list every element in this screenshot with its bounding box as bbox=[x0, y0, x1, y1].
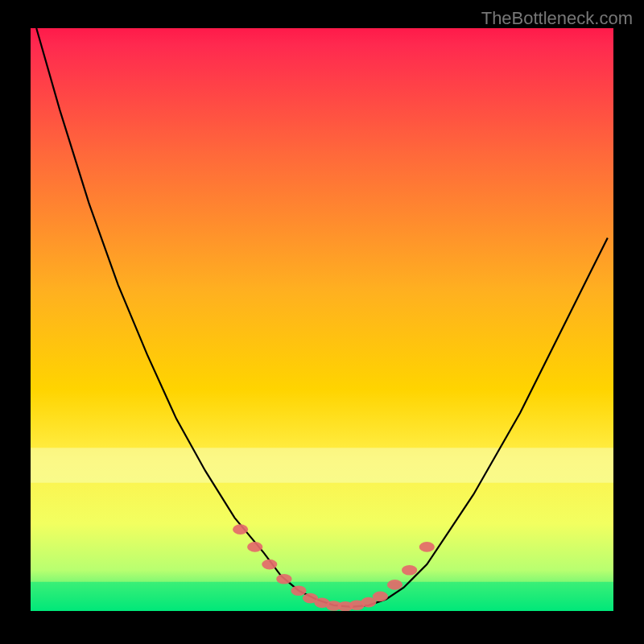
marker-dot bbox=[419, 542, 435, 552]
marker-dot bbox=[373, 592, 388, 602]
plot-svg bbox=[31, 28, 613, 611]
marker-dot bbox=[262, 559, 277, 570]
accent-band-0 bbox=[31, 448, 613, 482]
chart-container: TheBottleneck.com bbox=[0, 0, 644, 644]
plot-area bbox=[31, 28, 613, 611]
watermark-text: TheBottleneck.com bbox=[481, 8, 633, 29]
gradient-background bbox=[31, 28, 613, 611]
marker-dot bbox=[291, 585, 306, 596]
marker-dot bbox=[247, 542, 262, 552]
marker-dot bbox=[402, 565, 417, 576]
marker-dot bbox=[387, 580, 402, 590]
marker-dot bbox=[276, 574, 291, 584]
marker-dot bbox=[233, 524, 248, 535]
